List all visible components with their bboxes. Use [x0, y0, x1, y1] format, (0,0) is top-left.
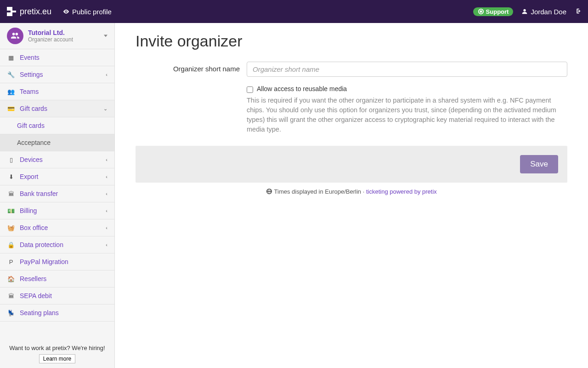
- sidebar-item-label: Events: [20, 54, 40, 61]
- bank-icon: 🏛: [7, 293, 15, 299]
- sidebar-item-label: SEPA debit: [20, 292, 52, 299]
- support-label: Support: [486, 8, 509, 15]
- home-icon: 🏠: [7, 276, 15, 282]
- sidebar-item-data-protection[interactable]: 🔒Data protection‹: [0, 236, 114, 253]
- reusable-media-row: Allow access to reusable media This is r…: [136, 85, 567, 134]
- public-profile-link[interactable]: Public profile: [63, 8, 112, 16]
- brand-text: pretix.eu: [20, 7, 51, 17]
- sidebar-item-seating-plans[interactable]: 💺Seating plans: [0, 305, 114, 322]
- lock-icon: 🔒: [7, 242, 15, 248]
- sidebar-item-export[interactable]: ⬇Export‹: [0, 168, 114, 185]
- sidebar-item-box-office[interactable]: 🧺Box office‹: [0, 219, 114, 236]
- save-button[interactable]: Save: [520, 155, 558, 173]
- logout-button[interactable]: [575, 8, 581, 16]
- powered-by-link[interactable]: ticketing powered by pretix: [366, 188, 437, 195]
- users-icon: 👥: [7, 88, 15, 95]
- sidebar-item-gift-cards[interactable]: 💳Gift cards⌄: [0, 100, 114, 117]
- sidebar-submenu: Gift cardsAcceptance: [0, 117, 114, 151]
- money-icon: 💵: [7, 207, 15, 214]
- public-profile-label: Public profile: [72, 8, 112, 16]
- support-button[interactable]: Support: [473, 7, 514, 16]
- hiring-learn-more-button[interactable]: Learn more: [39, 354, 75, 363]
- main-content: Invite organizer Organizer short name Al…: [115, 23, 588, 368]
- globe-icon: [266, 188, 272, 195]
- organizer-avatar: [7, 28, 23, 44]
- sidebar-item-resellers[interactable]: 🏠Resellers: [0, 270, 114, 288]
- sidebar-item-label: Settings: [20, 71, 43, 78]
- basket-icon: 🧺: [7, 224, 15, 231]
- sidebar-item-label: Resellers: [20, 275, 46, 282]
- timezone-text: Times displayed in Europe/Berlin: [274, 188, 362, 195]
- organizer-short-name-input[interactable]: [247, 62, 567, 77]
- card-icon: 💳: [7, 105, 15, 112]
- sidebar-item-label: PayPal Migration: [20, 258, 68, 265]
- short-name-label: Organizer short name: [136, 62, 247, 77]
- users-icon: [11, 32, 19, 40]
- sidebar-nav: ▦Events🔧Settings‹👥Teams💳Gift cards⌄Gift …: [0, 49, 114, 322]
- sidebar-item-label: Devices: [20, 156, 43, 163]
- page-title: Invite organizer: [136, 32, 567, 50]
- seat-icon: 💺: [7, 310, 15, 316]
- top-navbar: pretix.eu Public profile Support Jordan …: [0, 0, 588, 23]
- organizer-name: Tutorial Ltd.: [28, 29, 73, 36]
- sidebar-item-label: Seating plans: [20, 309, 59, 316]
- sidebar-item-sepa-debit[interactable]: 🏛SEPA debit: [0, 288, 114, 305]
- chevron-down-icon: [104, 35, 107, 37]
- chevron-left-icon: ‹: [106, 242, 107, 247]
- hiring-banner: Want to work at pretix? We're hiring! Le…: [0, 341, 114, 368]
- sidebar: Tutorial Ltd. Organizer account ▦Events🔧…: [0, 23, 115, 368]
- brand-logo-icon: [7, 7, 16, 16]
- sidebar-item-paypal-migration[interactable]: PPayPal Migration: [0, 253, 114, 270]
- chevron-left-icon: ‹: [106, 225, 107, 230]
- hiring-text: Want to work at pretix? We're hiring!: [0, 341, 114, 352]
- tablet-icon: ▯: [7, 156, 15, 163]
- chevron-left-icon: ‹: [106, 72, 107, 77]
- reusable-media-help-text: This is required if you want the other o…: [247, 96, 567, 134]
- sidebar-item-label: Bank transfer: [20, 190, 58, 197]
- paypal-icon: P: [7, 259, 15, 265]
- chevron-left-icon: ‹: [106, 157, 107, 162]
- logout-icon: [575, 8, 581, 14]
- footer-separator: ·: [361, 188, 366, 195]
- save-bar: Save: [136, 146, 567, 183]
- sidebar-item-label: Box office: [20, 224, 48, 231]
- navbar-left: pretix.eu Public profile: [7, 7, 112, 17]
- short-name-row: Organizer short name: [136, 62, 567, 77]
- chevron-left-icon: ‹: [106, 174, 107, 179]
- organizer-subtitle: Organizer account: [28, 36, 73, 43]
- organizer-info: Tutorial Ltd. Organizer account: [28, 29, 73, 43]
- sidebar-item-settings[interactable]: 🔧Settings‹: [0, 66, 114, 83]
- sidebar-item-devices[interactable]: ▯Devices‹: [0, 151, 114, 168]
- life-ring-icon: [478, 8, 484, 15]
- bank-icon: 🏛: [7, 190, 15, 197]
- sidebar-item-label: Billing: [20, 207, 37, 214]
- allow-reusable-media-checkbox[interactable]: [247, 86, 253, 93]
- sidebar-item-teams[interactable]: 👥Teams: [0, 83, 114, 100]
- sidebar-item-billing[interactable]: 💵Billing‹: [0, 202, 114, 219]
- user-name: Jordan Doe: [531, 8, 566, 16]
- sidebar-item-events[interactable]: ▦Events: [0, 49, 114, 66]
- download-icon: ⬇: [7, 173, 15, 180]
- sidebar-item-bank-transfer[interactable]: 🏛Bank transfer‹: [0, 185, 114, 202]
- chevron-down-icon: ⌄: [103, 106, 107, 112]
- user-icon: [521, 8, 528, 15]
- sidebar-item-label: Data protection: [20, 241, 63, 248]
- allow-reusable-media-label[interactable]: Allow access to reusable media: [257, 85, 347, 92]
- eye-icon: [63, 8, 69, 15]
- brand-link[interactable]: pretix.eu: [7, 7, 51, 17]
- navbar-right: Support Jordan Doe: [473, 7, 581, 16]
- calendar-icon: ▦: [7, 54, 15, 61]
- sidebar-item-label: Export: [20, 173, 38, 180]
- wrench-icon: 🔧: [7, 71, 15, 78]
- footer-line: Times displayed in Europe/Berlin · ticke…: [136, 188, 567, 195]
- sidebar-subitem-gift-cards[interactable]: Gift cards: [0, 117, 114, 134]
- chevron-left-icon: ‹: [106, 191, 107, 196]
- chevron-left-icon: ‹: [106, 208, 107, 213]
- sidebar-item-label: Gift cards: [20, 105, 47, 112]
- sidebar-subitem-acceptance[interactable]: Acceptance: [0, 134, 114, 151]
- user-menu[interactable]: Jordan Doe: [521, 8, 566, 16]
- organizer-switcher[interactable]: Tutorial Ltd. Organizer account: [0, 23, 114, 49]
- sidebar-item-label: Teams: [20, 88, 39, 95]
